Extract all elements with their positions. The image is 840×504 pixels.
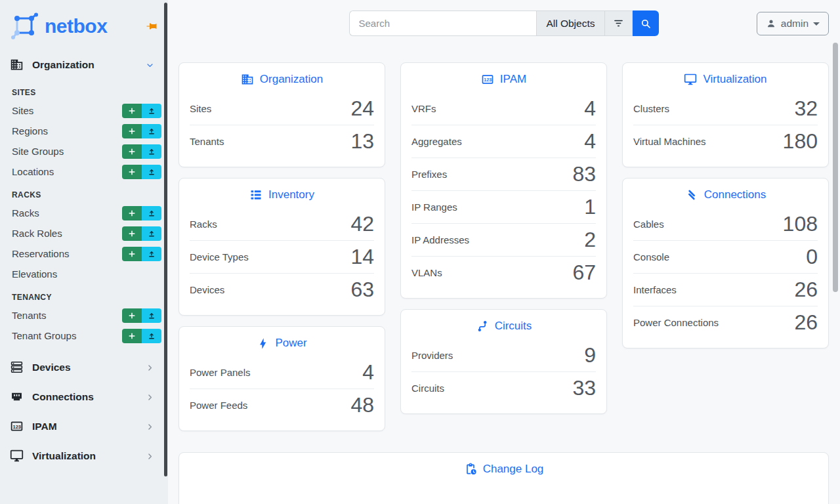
sidebar-link[interactable]: Regions (12, 125, 122, 136)
stat-label-link[interactable]: IP Ranges (411, 201, 457, 213)
user-menu-button[interactable]: admin (757, 12, 829, 35)
search-scope-select[interactable]: All Objects (536, 10, 604, 36)
import-button[interactable] (142, 104, 161, 118)
import-button[interactable] (142, 165, 161, 179)
sidebar-group-devices[interactable]: Devices (0, 352, 168, 382)
stat-value-link[interactable]: 108 (783, 212, 818, 236)
stat-value-link[interactable]: 32 (794, 96, 818, 121)
stat-label-link[interactable]: VLANs (411, 267, 442, 278)
stat-label-link[interactable]: Clusters (633, 103, 669, 114)
add-button[interactable] (122, 124, 142, 138)
card-title-link[interactable]: Power (257, 337, 306, 350)
add-button[interactable] (122, 165, 142, 179)
sidebar-link[interactable]: Locations (12, 166, 122, 177)
import-button[interactable] (142, 308, 161, 323)
stat-value-link[interactable]: 26 (794, 278, 818, 302)
stat-label-link[interactable]: VRFs (411, 103, 436, 114)
filter-button[interactable] (604, 10, 633, 36)
stat-value-link[interactable]: 83 (572, 162, 596, 186)
card-title-link[interactable]: Virtualization (684, 73, 766, 86)
card-title-link[interactable]: Connections (685, 188, 766, 201)
sidebar-link[interactable]: Tenants (12, 310, 122, 321)
group-label: Devices (32, 362, 71, 373)
stat-label-link[interactable]: Power Feeds (190, 400, 247, 411)
sidebar-group-organization[interactable]: Organization (0, 50, 168, 79)
sidebar-link[interactable]: Rack Roles (12, 228, 122, 239)
stat-value-link[interactable]: 2 (584, 228, 596, 252)
card-title-link[interactable]: Change Log (464, 463, 544, 476)
sidebar-link[interactable]: Site Groups (12, 146, 122, 157)
stat-label-link[interactable]: Interfaces (633, 284, 677, 295)
import-button[interactable] (142, 124, 161, 138)
stat-value-link[interactable]: 24 (350, 96, 374, 121)
sidebar-group-virtualization[interactable]: Virtualization (0, 441, 168, 471)
stat-row: Virtual Machines 180 (633, 125, 818, 158)
stat-value-link[interactable]: 13 (350, 129, 374, 154)
sidebar-link[interactable]: Reservations (12, 248, 122, 259)
stat-label-link[interactable]: Console (633, 251, 669, 262)
import-button[interactable] (142, 329, 161, 343)
card-title-link[interactable]: Inventory (249, 188, 314, 201)
search-button[interactable] (633, 10, 659, 36)
sidebar-scrollbar[interactable] (164, 3, 167, 476)
stat-value-link[interactable]: 26 (794, 310, 818, 335)
stat-label-link[interactable]: Virtual Machines (633, 136, 706, 147)
import-button[interactable] (142, 247, 161, 261)
stat-value-link[interactable]: 63 (350, 278, 374, 302)
stat-value-link[interactable]: 1 (584, 195, 596, 219)
sidebar-link[interactable]: Tenant Groups (12, 330, 122, 341)
import-button[interactable] (142, 144, 161, 159)
stat-label-link[interactable]: Sites (190, 103, 211, 114)
stat-value-link[interactable]: 0 (806, 245, 818, 269)
add-button[interactable] (122, 206, 142, 220)
stat-value-link[interactable]: 4 (584, 129, 596, 154)
stat-label-link[interactable]: Racks (190, 219, 217, 230)
sidebar-group-connections[interactable]: Connections (0, 382, 168, 411)
stat-label-link[interactable]: Circuits (411, 383, 444, 394)
stat-label-link[interactable]: Providers (411, 350, 453, 361)
sidebar-link[interactable]: Sites (12, 105, 122, 116)
main-scrollbar[interactable] (833, 43, 838, 292)
add-button[interactable] (122, 329, 142, 343)
stat-value-link[interactable]: 42 (350, 212, 374, 236)
card-title-link[interactable]: Circuits (476, 320, 532, 333)
section-header-tenancy: TENANCY (0, 284, 168, 305)
stat-value-link[interactable]: 180 (783, 129, 818, 154)
sidebar-item-rack-roles: Rack Roles (0, 223, 168, 243)
sidebar-link[interactable]: Elevations (12, 268, 161, 280)
card-title-link[interactable]: IPAM (481, 73, 526, 86)
stat-value-link[interactable]: 67 (572, 261, 596, 285)
sidebar-pin-button[interactable] (146, 20, 158, 33)
netbox-logo-icon[interactable] (9, 12, 41, 41)
add-button[interactable] (122, 247, 142, 261)
stat-value-link[interactable]: 33 (572, 376, 596, 400)
stat-label-link[interactable]: IP Addresses (411, 234, 469, 245)
add-button[interactable] (122, 308, 142, 323)
stat-label-link[interactable]: Devices (190, 284, 224, 295)
stat-value-link[interactable]: 48 (350, 393, 374, 417)
search-input[interactable] (349, 10, 537, 36)
brand-text[interactable]: netbox (45, 15, 107, 37)
stat-value-link[interactable]: 4 (584, 96, 596, 121)
stat-label-link[interactable]: Prefixes (411, 169, 447, 180)
import-button[interactable] (142, 226, 161, 241)
stat-value-link[interactable]: 4 (362, 360, 374, 385)
card-organization: Organization Sites 24 Tenants 13 (178, 62, 385, 167)
add-button[interactable] (122, 144, 142, 159)
add-button[interactable] (122, 104, 142, 118)
stat-label-link[interactable]: Tenants (190, 136, 224, 147)
sidebar-link[interactable]: Racks (12, 207, 122, 219)
import-button[interactable] (142, 206, 161, 220)
card-title-link[interactable]: Organization (241, 73, 323, 86)
stat-label-link[interactable]: Device Types (190, 251, 249, 262)
stat-label-link[interactable]: Power Connections (633, 317, 719, 328)
sidebar-group-ipam[interactable]: IPAM (0, 411, 168, 441)
stat-value-link[interactable]: 9 (584, 343, 596, 368)
stat-value-link[interactable]: 14 (350, 245, 374, 269)
stat-label-link[interactable]: Cables (633, 219, 664, 230)
stat-row: Aggregates 4 (411, 125, 596, 158)
stat-label-link[interactable]: Power Panels (190, 367, 251, 378)
stat-label-link[interactable]: Aggregates (411, 136, 462, 147)
stat-row: IP Addresses 2 (411, 223, 596, 256)
add-button[interactable] (122, 226, 142, 241)
